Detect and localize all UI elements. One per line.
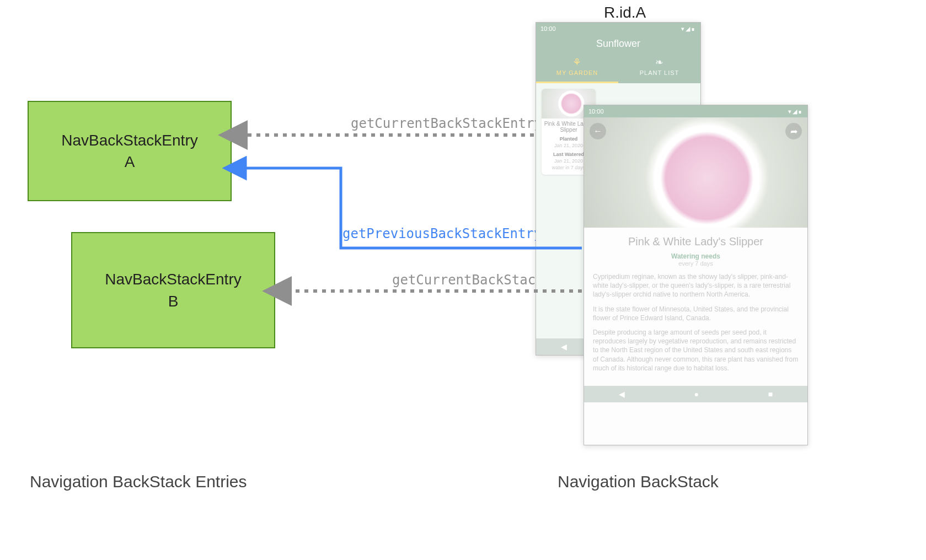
detail-p1: Cypripedium reginae, known as the showy … bbox=[593, 272, 799, 299]
caption-backstack: Navigation BackStack bbox=[558, 472, 719, 491]
flower-icon: ⚘ bbox=[538, 56, 616, 68]
android-navbar-b: ◀ ● ■ bbox=[584, 386, 807, 402]
app-title-a: Sunflower bbox=[536, 35, 700, 52]
share-icon: ➦ bbox=[790, 126, 797, 137]
entry-a-label: NavBackStackEntryA bbox=[61, 130, 197, 173]
watering-needs-text: every 7 days bbox=[593, 260, 799, 267]
entry-box-a: NavBackStackEntryA bbox=[28, 101, 232, 201]
method-previous: getPreviousBackStackEntry() bbox=[342, 226, 558, 241]
diagram-root: NavBackStackEntryA NavBackStackEntryB R.… bbox=[0, 0, 926, 560]
rid-a-label: R.id.A bbox=[604, 4, 646, 21]
status-icons-b: ▾◢∎ bbox=[788, 108, 803, 115]
phone-screen-b: 10:00 ▾◢∎ ← ➦ Pink & White Lady's Slippe… bbox=[584, 105, 808, 445]
tab-my-garden[interactable]: ⚘ MY GARDEN bbox=[536, 52, 618, 83]
nav-recents-icon-b[interactable]: ■ bbox=[768, 390, 773, 399]
detail-p2: It is the state flower of Minnesota, Uni… bbox=[593, 305, 799, 322]
tab2-label: PLANT LIST bbox=[640, 69, 679, 76]
entry-b-label: NavBackStackEntryB bbox=[105, 268, 241, 311]
detail-title: Pink & White Lady's Slipper bbox=[593, 235, 799, 248]
tabbar-a: ⚘ MY GARDEN ❧ PLANT LIST bbox=[536, 52, 700, 83]
nav-home-icon-b[interactable]: ● bbox=[694, 390, 699, 399]
watering-needs-label: Watering needs bbox=[593, 252, 799, 260]
nav-back-icon-b[interactable]: ◀ bbox=[619, 390, 625, 399]
share-button[interactable]: ➦ bbox=[785, 123, 802, 139]
back-button[interactable]: ← bbox=[590, 123, 606, 139]
detail-p3: Despite producing a large amount of seed… bbox=[593, 328, 799, 373]
tab-plant-list[interactable]: ❧ PLANT LIST bbox=[618, 52, 700, 83]
statusbar-a: 10:00 ▾◢∎ bbox=[536, 23, 700, 35]
tab1-label: MY GARDEN bbox=[556, 69, 598, 76]
entry-box-b: NavBackStackEntryB bbox=[71, 232, 275, 348]
status-icons-a: ▾◢∎ bbox=[681, 25, 696, 33]
leaf-icon: ❧ bbox=[620, 56, 698, 68]
caption-entries: Navigation BackStack Entries bbox=[30, 472, 247, 491]
method-current-a: getCurrentBackStackEntry() bbox=[351, 116, 558, 131]
status-time-a: 10:00 bbox=[540, 25, 556, 32]
status-time-b: 10:00 bbox=[588, 108, 604, 115]
statusbar-b: 10:00 ▾◢∎ bbox=[584, 105, 807, 117]
back-arrow-icon: ← bbox=[593, 126, 602, 136]
nav-back-icon[interactable]: ◀ bbox=[561, 342, 567, 351]
detail-body: Pink & White Lady's Slipper Watering nee… bbox=[584, 228, 807, 386]
hero-image: ← ➦ bbox=[584, 117, 807, 228]
